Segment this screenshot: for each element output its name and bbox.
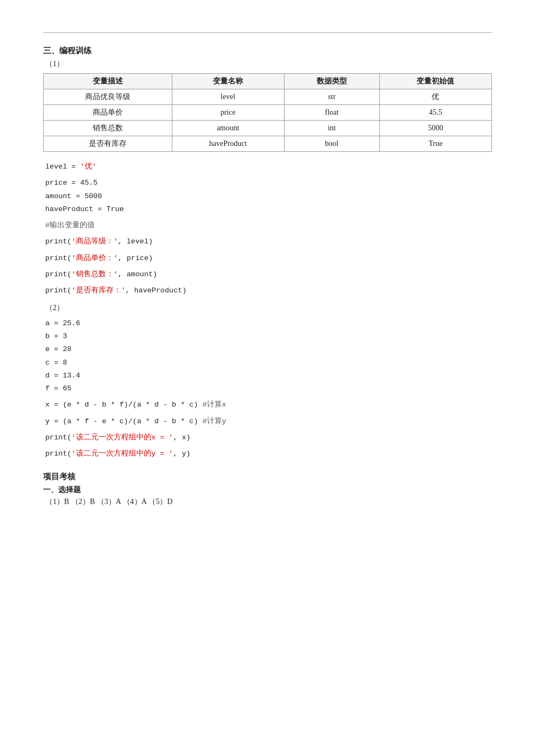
code-line: print('该二元一次方程组中的y = ', y) bbox=[45, 447, 492, 460]
code-line: print('该二元一次方程组中的x = ', x) bbox=[45, 431, 492, 444]
table-row: 销售总数amountint5000 bbox=[44, 121, 492, 136]
code-block-1: level = '优'price = 45.5amount = 5000have… bbox=[45, 160, 492, 298]
col-header-init: 变量初始值 bbox=[379, 74, 491, 89]
code-line: d = 13.4 bbox=[45, 369, 492, 382]
page: 三、编程训练 （1） 变量描述 变量名称 数据类型 变量初始值 商品优良等级le… bbox=[0, 0, 535, 539]
code-line: c = 8 bbox=[45, 356, 492, 369]
table-cell: True bbox=[379, 136, 491, 152]
code-line: y = (a * f - e * c)/(a * d - b * c) #计算y bbox=[45, 415, 492, 428]
section-title: 三、编程训练 bbox=[43, 46, 492, 56]
table-cell: 5000 bbox=[379, 121, 491, 136]
table-cell: 是否有库存 bbox=[44, 136, 172, 152]
table-cell: amount bbox=[172, 121, 284, 136]
project-section-title: 项目考核 bbox=[43, 472, 492, 482]
choice-title: 一、选择题 bbox=[43, 485, 492, 495]
table-cell: 优 bbox=[379, 89, 491, 105]
table-cell: 商品单价 bbox=[44, 105, 172, 121]
code-line: print('销售总数：', amount) bbox=[45, 268, 492, 281]
choice-answers: （1）B （2）B （3）A （4）A （5）D bbox=[45, 497, 492, 507]
code-line: haveProduct = True bbox=[45, 203, 492, 216]
variable-table: 变量描述 变量名称 数据类型 变量初始值 商品优良等级levelstr优商品单价… bbox=[43, 73, 492, 152]
table-cell: level bbox=[172, 89, 284, 105]
table-row: 是否有库存haveProductboolTrue bbox=[44, 136, 492, 152]
code-line: a = 25.6 bbox=[45, 317, 492, 330]
code-line: f = 65 bbox=[45, 382, 492, 395]
table-row: 商品优良等级levelstr优 bbox=[44, 89, 492, 105]
col-header-desc: 变量描述 bbox=[44, 74, 172, 89]
table-cell: float bbox=[284, 105, 379, 121]
table-cell: 商品优良等级 bbox=[44, 89, 172, 105]
top-divider bbox=[43, 32, 492, 33]
code-line: #输出变量的值 bbox=[45, 219, 492, 232]
table-cell: 45.5 bbox=[379, 105, 491, 121]
table-cell: bool bbox=[284, 136, 379, 152]
code-line: amount = 5000 bbox=[45, 190, 492, 203]
table-cell: str bbox=[284, 89, 379, 105]
code-line: price = 45.5 bbox=[45, 177, 492, 190]
col-header-type: 数据类型 bbox=[284, 74, 379, 89]
code-block-2: a = 25.6b = 3e = 28c = 8d = 13.4f = 65x … bbox=[45, 317, 492, 461]
code-line: e = 28 bbox=[45, 343, 492, 356]
table-cell: price bbox=[172, 105, 284, 121]
table-row: 商品单价pricefloat45.5 bbox=[44, 105, 492, 121]
col-header-name: 变量名称 bbox=[172, 74, 284, 89]
code-line: print('商品等级：', level) bbox=[45, 235, 492, 248]
project-section: 项目考核 一、选择题 （1）B （2）B （3）A （4）A （5）D bbox=[43, 472, 492, 507]
table-cell: 销售总数 bbox=[44, 121, 172, 136]
sub-label-1: （1） bbox=[45, 59, 492, 69]
code-line: level = '优' bbox=[45, 160, 492, 173]
sub-label-2: （2） bbox=[45, 303, 492, 313]
code-line: print('商品单价：', price) bbox=[45, 252, 492, 265]
table-cell: int bbox=[284, 121, 379, 136]
code-line: b = 3 bbox=[45, 330, 492, 343]
code-line: print('是否有库存：', haveProduct) bbox=[45, 284, 492, 297]
code-line: x = (e * d - b * f)/(a * d - b * c) #计算x bbox=[45, 398, 492, 411]
table-cell: haveProduct bbox=[172, 136, 284, 152]
